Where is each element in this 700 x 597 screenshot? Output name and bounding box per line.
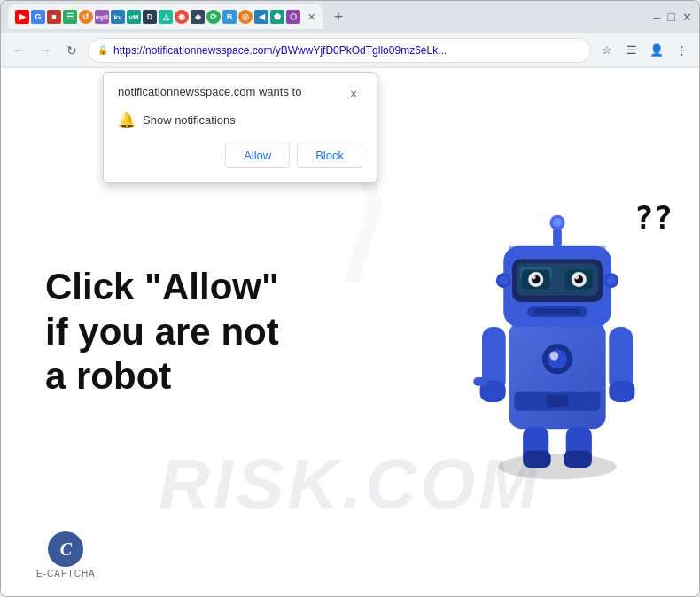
popup-title: notificationnewsspace.com wants to xyxy=(118,85,301,98)
back-button[interactable]: ← xyxy=(8,40,29,61)
robot-area: ?? xyxy=(416,182,699,483)
svg-rect-10 xyxy=(473,377,488,386)
favicon-blue-d: D xyxy=(143,10,157,24)
customize-button[interactable]: ☰ xyxy=(621,40,642,61)
svg-point-28 xyxy=(574,275,579,280)
toolbar-right: ☆ ☰ 👤 ⋮ xyxy=(596,40,692,61)
active-tab[interactable]: ▶ G ■ ☰ ↺ mp3 kv vM D △ ◉ ◈ ⟳ B ◎ ◀ ⬟ xyxy=(8,4,323,29)
headline-line1: Click "Allow" xyxy=(45,266,279,307)
favicon-blue-d2: ⬡ xyxy=(286,10,300,24)
address-bar: ← → ↻ 🔒 https://notificationnewsspace.co… xyxy=(1,33,699,68)
ecaptcha-label: E-CAPTCHA xyxy=(36,569,96,578)
svg-rect-37 xyxy=(533,308,580,314)
favicon-teal: △ xyxy=(159,10,173,24)
bell-icon: 🔔 xyxy=(118,112,136,128)
restore-button[interactable]: □ xyxy=(668,10,675,24)
favicon-gr: ☰ xyxy=(63,10,77,24)
tab-close-btn[interactable]: ✕ xyxy=(307,12,315,23)
headline-line3: a robot xyxy=(45,355,171,397)
svg-point-33 xyxy=(499,276,508,285)
favicon-g: G xyxy=(31,10,45,24)
lock-icon: 🔒 xyxy=(97,45,108,55)
popup-header: notificationnewsspace.com wants to × xyxy=(118,85,362,103)
close-button[interactable]: ✕ xyxy=(682,11,692,24)
block-button[interactable]: Block xyxy=(297,143,362,168)
profile-button[interactable]: 👤 xyxy=(646,40,667,61)
favicon-gr2: ⟳ xyxy=(206,10,221,24)
page-content: notificationnewsspace.com wants to × 🔔 S… xyxy=(1,68,699,596)
ecaptcha-icon: C xyxy=(48,531,83,567)
url-bar[interactable]: 🔒 https://notificationnewsspace.com/yBWw… xyxy=(88,38,591,63)
popup-permission-row: 🔔 Show notifications xyxy=(118,112,362,128)
svg-point-6 xyxy=(548,349,567,368)
window-controls: – □ ✕ xyxy=(654,10,692,24)
svg-point-0 xyxy=(498,454,617,479)
favicon-teal2: ⬟ xyxy=(270,10,284,24)
notification-popup: notificationnewsspace.com wants to × 🔔 S… xyxy=(103,72,377,183)
tab-bar: ▶ G ■ ☰ ↺ mp3 kv vM D △ ◉ ◈ ⟳ B ◎ ◀ ⬟ xyxy=(8,4,650,29)
minimize-button[interactable]: – xyxy=(654,10,661,24)
svg-rect-2 xyxy=(509,322,605,429)
svg-point-35 xyxy=(607,276,616,285)
svg-rect-38 xyxy=(509,246,515,252)
question-marks: ?? xyxy=(634,199,673,236)
left-content: Click "Allow" if you are not a robot xyxy=(1,229,416,434)
favicon-kv: kv xyxy=(111,10,125,24)
svg-rect-39 xyxy=(599,246,605,252)
tab-favicons: ▶ G ■ ☰ ↺ mp3 kv vM D △ ◉ ◈ ⟳ B ◎ ◀ ⬟ xyxy=(15,10,300,24)
svg-rect-4 xyxy=(547,394,568,407)
headline-text: Click "Allow" if you are not a robot xyxy=(45,265,389,399)
favicon-b: B xyxy=(222,10,237,24)
favicon-bl2: ◀ xyxy=(254,10,268,24)
favicon-orange-c: ◎ xyxy=(238,10,253,24)
headline-line2: if you are not xyxy=(45,311,279,353)
favicon-circ2: ◉ xyxy=(175,10,189,24)
forward-button[interactable]: → xyxy=(35,40,56,61)
favicon-yt: ▶ xyxy=(15,10,29,24)
bookmark-button[interactable]: ☆ xyxy=(596,40,618,61)
favicon-vm: vM xyxy=(127,10,141,24)
title-bar: ▶ G ■ ☰ ↺ mp3 kv vM D △ ◉ ◈ ⟳ B ◎ ◀ ⬟ xyxy=(1,1,699,33)
new-tab-button[interactable]: + xyxy=(326,4,351,29)
favicon-mp3: mp3 xyxy=(95,10,109,24)
allow-button[interactable]: Allow xyxy=(225,143,290,168)
svg-rect-14 xyxy=(523,451,551,468)
more-button[interactable]: ⋮ xyxy=(671,40,692,61)
popup-close-button[interactable]: × xyxy=(345,85,362,103)
svg-rect-12 xyxy=(609,381,634,402)
ecaptcha-widget: C E-CAPTCHA xyxy=(36,531,96,578)
popup-buttons: Allow Block xyxy=(118,143,362,168)
permission-text: Show notifications xyxy=(143,113,236,127)
favicon-circ: ↺ xyxy=(79,10,93,24)
url-text: https://notificationnewsspace.com/yBWwwY… xyxy=(113,44,581,57)
reload-button[interactable]: ↻ xyxy=(61,40,82,61)
svg-point-24 xyxy=(532,275,536,280)
svg-point-7 xyxy=(550,352,559,361)
browser-window: ▶ G ■ ☰ ↺ mp3 kv vM D △ ◉ ◈ ⟳ B ◎ ◀ ⬟ xyxy=(0,0,700,597)
favicon-red: ■ xyxy=(47,10,61,24)
svg-rect-16 xyxy=(564,451,592,468)
favicon-dark: ◈ xyxy=(191,10,205,24)
svg-point-31 xyxy=(553,218,562,227)
